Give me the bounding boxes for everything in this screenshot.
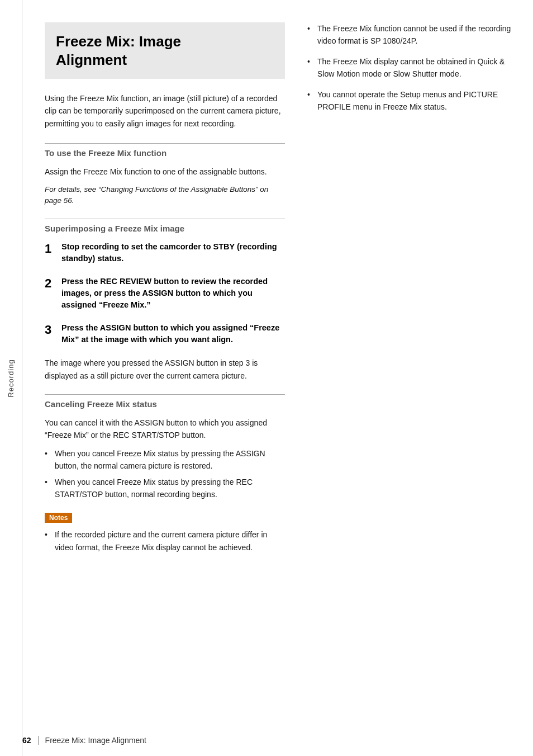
step-2-text: Press the REC REVIEW button to review th… — [61, 276, 285, 311]
section-superimpose-header: Superimposing a Freeze Mix image — [45, 219, 285, 233]
step-3: 3 Press the ASSIGN button to which you a… — [45, 322, 285, 346]
title-block: Freeze Mix: Image Alignment — [45, 22, 285, 79]
right-bullet-1: The Freeze Mix function cannot be used i… — [307, 22, 516, 48]
section-superimpose: Superimposing a Freeze Mix image 1 Stop … — [45, 219, 285, 382]
step-1-number: 1 — [45, 241, 61, 257]
cancel-bullet-2: When you cancel Freeze Mix status by pre… — [45, 476, 285, 501]
cancel-bullet-list: When you cancel Freeze Mix status by pre… — [45, 447, 285, 501]
sidebar-label: Recording — [7, 359, 15, 397]
main-content: Freeze Mix: Image Alignment Using the Fr… — [22, 0, 533, 756]
notes-label: Notes — [45, 513, 72, 523]
page-footer: 62 Freeze Mix: Image Alignment — [22, 736, 516, 745]
right-bullet-list: The Freeze Mix function cannot be used i… — [307, 22, 516, 113]
section-use-header: To use the Freeze Mix function — [45, 143, 285, 158]
step-2-number: 2 — [45, 276, 61, 292]
step-explanation: The image where you pressed the ASSIGN b… — [45, 357, 285, 382]
right-bullet-3: You cannot operate the Setup menus and P… — [307, 88, 516, 114]
right-bullet-2: The Freeze Mix display cannot be obtaine… — [307, 55, 516, 81]
page-container: Recording Freeze Mix: Image Alignment Us… — [0, 0, 533, 756]
step-2: 2 Press the REC REVIEW button to review … — [45, 276, 285, 311]
section-cancel-intro: You can cancel it with the ASSIGN button… — [45, 417, 285, 442]
step-1: 1 Stop recording to set the camcorder to… — [45, 241, 285, 264]
section-use: To use the Freeze Mix function Assign th… — [45, 143, 285, 206]
step-3-number: 3 — [45, 322, 61, 338]
page-number: 62 — [22, 736, 31, 745]
section-cancel: Canceling Freeze Mix status You can canc… — [45, 394, 285, 500]
footer-title: Freeze Mix: Image Alignment — [45, 736, 146, 745]
intro-text: Using the Freeze Mix function, an image … — [45, 92, 285, 130]
footer-separator — [38, 736, 39, 745]
step-1-text: Stop recording to set the camcorder to S… — [61, 241, 285, 264]
cancel-bullet-1: When you cancel Freeze Mix status by pre… — [45, 447, 285, 472]
section-use-italic: For details, see “Changing Functions of … — [45, 184, 285, 207]
right-column: The Freeze Mix function cannot be used i… — [302, 22, 516, 734]
section-use-body: Assign the Freeze Mix function to one of… — [45, 166, 285, 178]
step-3-text: Press the ASSIGN button to which you ass… — [61, 322, 285, 346]
notes-bullet-1: If the recorded picture and the current … — [45, 528, 285, 554]
notes-bullet-list: If the recorded picture and the current … — [45, 528, 285, 554]
sidebar: Recording — [0, 0, 22, 756]
notes-section: Notes If the recorded picture and the cu… — [45, 513, 285, 554]
section-cancel-header: Canceling Freeze Mix status — [45, 394, 285, 409]
left-column: Freeze Mix: Image Alignment Using the Fr… — [45, 22, 302, 734]
page-title: Freeze Mix: Image Alignment — [56, 32, 274, 69]
